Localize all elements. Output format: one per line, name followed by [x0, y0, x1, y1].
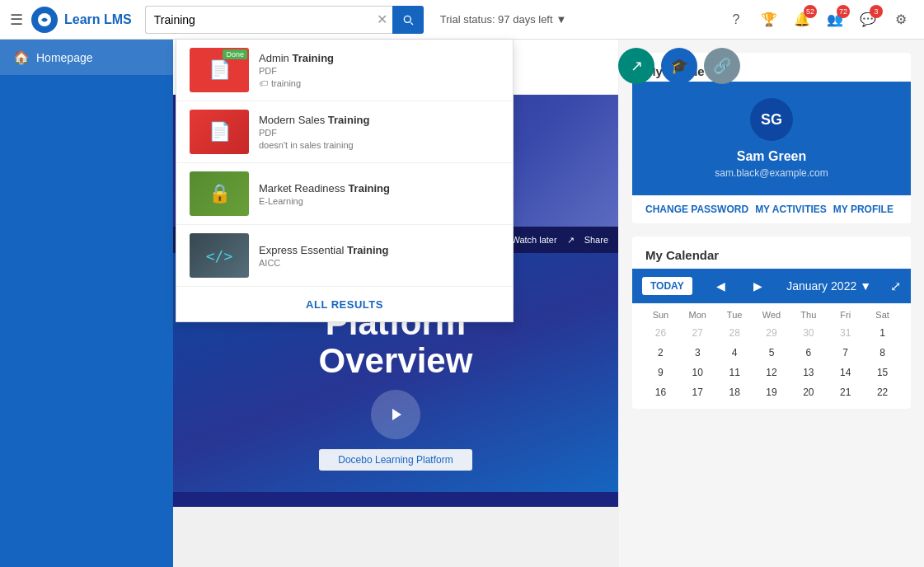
- cal-day[interactable]: 18: [716, 382, 753, 402]
- logo-text: Learn LMS: [64, 12, 132, 27]
- dropdown-title-express-essential: Express Essential Training: [259, 244, 500, 256]
- calendar-grid: Sun Mon Tue Wed Thu Fri Sat 26 27 28 29 …: [632, 303, 911, 409]
- link-action-button[interactable]: 🔗: [704, 48, 740, 84]
- dropdown-thumb-admin: 📄 Done: [190, 48, 249, 92]
- search-clear-icon[interactable]: ✕: [377, 12, 387, 27]
- dropdown-thumb-market-readiness: 🔒: [190, 171, 249, 216]
- cal-day[interactable]: 21: [827, 382, 864, 402]
- dropdown-item-express-essential[interactable]: </> Express Essential Training AICC: [176, 225, 513, 287]
- calendar-day-headers: Sun Mon Tue Wed Thu Fri Sat: [642, 310, 901, 320]
- calendar-today-button[interactable]: TODAY: [642, 277, 692, 295]
- cal-day[interactable]: 8: [864, 343, 901, 363]
- profile-actions: CHANGE PASSWORD MY ACTIVITIES MY PROFILE: [632, 195, 911, 223]
- dropdown-type-market-readiness: E-Learning: [259, 196, 500, 206]
- cal-day[interactable]: 6: [790, 343, 827, 363]
- all-results-link[interactable]: ALL RESULTS: [306, 298, 383, 311]
- cal-day[interactable]: 14: [827, 363, 864, 382]
- cal-day[interactable]: 28: [716, 323, 753, 343]
- cal-day[interactable]: 1: [864, 323, 901, 343]
- cal-day[interactable]: 3: [679, 343, 716, 363]
- cal-day[interactable]: 27: [679, 323, 716, 343]
- my-profile-link[interactable]: MY PROFILE: [833, 204, 894, 215]
- change-password-link[interactable]: CHANGE PASSWORD: [645, 204, 748, 215]
- cal-day[interactable]: 5: [753, 343, 790, 363]
- messages-icon[interactable]: 💬 3: [855, 7, 881, 33]
- dropdown-type-modern-sales: PDF: [259, 128, 500, 138]
- cal-day[interactable]: 4: [716, 343, 753, 363]
- share-action-button[interactable]: ↗: [618, 48, 654, 84]
- cal-day[interactable]: 31: [827, 323, 864, 343]
- cal-day[interactable]: 15: [864, 363, 901, 382]
- trial-status[interactable]: Trial status: 97 days left ▼: [440, 13, 567, 26]
- action-buttons: ↗ 🎓 🔗: [618, 48, 740, 84]
- pdf-icon: 📄: [209, 121, 231, 143]
- search-button[interactable]: [392, 6, 424, 34]
- dropdown-title-modern-sales: Modern Sales Training: [259, 114, 500, 126]
- all-results-row: ALL RESULTS: [176, 287, 513, 321]
- dropdown-title-market-readiness: Market Readiness Training: [259, 182, 500, 194]
- video-play-button[interactable]: [371, 390, 420, 439]
- settings-icon[interactable]: ⚙: [888, 7, 914, 33]
- right-panel: My Profile SG Sam Green sam.black@exampl…: [619, 40, 924, 567]
- tag-icon: 🏷: [259, 78, 268, 88]
- top-nav: ☰ Learn LMS ✕ Trial status: 97 days left…: [0, 0, 924, 40]
- users-icon[interactable]: 👥 72: [822, 7, 848, 33]
- logo: Learn LMS: [31, 7, 132, 33]
- cal-day[interactable]: 19: [753, 382, 790, 402]
- my-activities-link[interactable]: MY ACTIVITIES: [755, 204, 827, 215]
- share-icon: ↗: [567, 235, 575, 246]
- help-icon[interactable]: ?: [723, 7, 749, 33]
- profile-name: Sam Green: [649, 149, 894, 164]
- pdf-icon: 📄: [209, 59, 231, 81]
- calendar-next-button[interactable]: ▶: [748, 278, 767, 294]
- dropdown-item-admin-training[interactable]: 📄 Done Admin Training PDF 🏷 training: [176, 40, 513, 101]
- dropdown-tag-admin: 🏷 training: [259, 78, 500, 88]
- sidebar-item-homepage[interactable]: 🏠 Homepage: [0, 40, 173, 75]
- profile-header: SG Sam Green sam.black@example.com: [632, 82, 911, 195]
- cal-day[interactable]: 10: [679, 363, 716, 382]
- calendar-month-year: January 2022 ▼: [786, 279, 871, 293]
- dropdown-title-admin: Admin Training: [259, 52, 500, 64]
- dropdown-info-express-essential: Express Essential Training AICC: [259, 244, 500, 268]
- code-icon: </>: [206, 247, 233, 265]
- cal-day[interactable]: 2: [642, 343, 679, 363]
- logo-icon: [31, 7, 58, 33]
- calendar-expand-icon[interactable]: ⤢: [890, 279, 901, 294]
- cal-day[interactable]: 29: [753, 323, 790, 343]
- search-wrapper: ✕: [145, 6, 424, 34]
- dropdown-thumb-express-essential: </>: [190, 233, 249, 278]
- hamburger-icon[interactable]: ☰: [10, 11, 23, 29]
- dropdown-info-modern-sales: Modern Sales Training PDF doesn't in sal…: [259, 114, 500, 150]
- calendar-prev-button[interactable]: ◀: [711, 278, 730, 294]
- dropdown-info-admin: Admin Training PDF 🏷 training: [259, 52, 500, 88]
- learn-action-button[interactable]: 🎓: [661, 48, 697, 84]
- cal-day[interactable]: 30: [790, 323, 827, 343]
- cal-day[interactable]: 20: [790, 382, 827, 402]
- cal-day[interactable]: 13: [790, 363, 827, 382]
- cal-day[interactable]: 9: [642, 363, 679, 382]
- home-icon: 🏠: [13, 49, 30, 65]
- calendar-days: 26 27 28 29 30 31 1 2 3 4 5 6 7 8 9 10 1…: [642, 323, 901, 402]
- cal-day[interactable]: 16: [642, 382, 679, 402]
- notifications-icon[interactable]: 🔔 52: [789, 7, 815, 33]
- cal-day[interactable]: 12: [753, 363, 790, 382]
- cal-day[interactable]: 11: [716, 363, 753, 382]
- cal-day[interactable]: 7: [827, 343, 864, 363]
- profile-avatar: SG: [750, 98, 793, 141]
- calendar-header: TODAY ◀ ▶ January 2022 ▼ ⤢: [632, 269, 911, 303]
- calendar-section-title: My Calendar: [632, 237, 911, 269]
- cal-day[interactable]: 22: [864, 382, 901, 402]
- profile-email: sam.black@example.com: [649, 167, 894, 179]
- dropdown-type-admin: PDF: [259, 66, 500, 76]
- sidebar: 🏠 Homepage: [0, 40, 173, 567]
- cal-day[interactable]: 26: [642, 323, 679, 343]
- nav-icons: ? 🏆 🔔 52 👥 72 💬 3 ⚙: [723, 7, 914, 33]
- search-input[interactable]: [145, 6, 392, 34]
- trophy-icon[interactable]: 🏆: [756, 7, 782, 33]
- search-dropdown: 📄 Done Admin Training PDF 🏷 training 📄 M…: [176, 40, 514, 322]
- dropdown-thumb-modern-sales: 📄: [190, 110, 249, 154]
- dropdown-item-modern-sales[interactable]: 📄 Modern Sales Training PDF doesn't in s…: [176, 101, 513, 163]
- video-platform-label: Docebo Learning Platform: [319, 449, 473, 471]
- cal-day[interactable]: 17: [679, 382, 716, 402]
- dropdown-item-market-readiness[interactable]: 🔒 Market Readiness Training E-Learning: [176, 163, 513, 225]
